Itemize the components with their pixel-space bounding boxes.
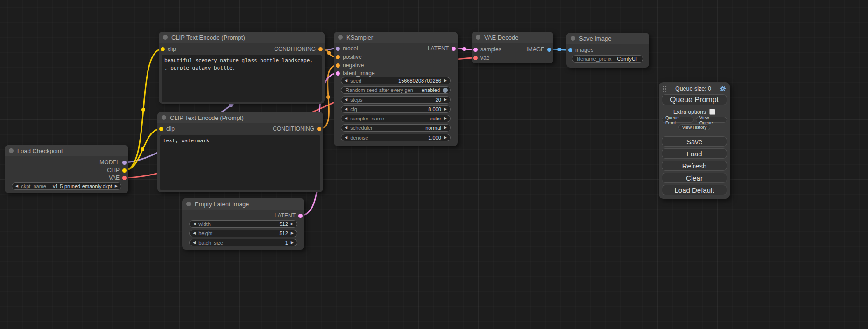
model-output-slot[interactable]: MODEL [99,159,127,166]
collapse-dot-icon[interactable] [9,148,14,153]
decrement-arrow-icon[interactable] [15,184,18,188]
decrement-arrow-icon[interactable] [345,136,347,140]
save-button[interactable]: Save [662,136,727,147]
latent-slot-dot[interactable] [452,47,456,51]
increment-arrow-icon[interactable] [115,184,118,188]
ckpt-name-widget[interactable]: ckpt_name v1-5-pruned-emaonly.ckpt [12,182,121,190]
positive-prompt-textarea[interactable]: beautiful scenery nature glass bottle la… [162,55,322,102]
extra-options-checkbox[interactable] [709,109,715,115]
vae-slot-dot[interactable] [122,176,127,180]
increment-arrow-icon[interactable] [444,117,447,120]
node-clip-text-encode-positive[interactable]: CLIP Text Encode (Prompt) clip CONDITION… [159,32,325,104]
filename-prefix-widget[interactable]: filename_prefix ComfyUI [572,55,643,63]
latent-output-slot[interactable]: LATENT [428,45,456,52]
decrement-arrow-icon[interactable] [345,107,347,111]
view-history-button[interactable]: View History [678,124,711,130]
decrement-arrow-icon[interactable] [345,117,347,120]
random-seed-toggle-widget[interactable]: Random seed after every gen enabled [341,86,451,94]
latent-slot-dot[interactable] [298,214,303,218]
node-title-bar[interactable]: VAE Decode [472,32,553,43]
conditioning-output-slot[interactable]: CONDITIONING [273,125,321,133]
conditioning-slot-dot[interactable] [336,55,340,59]
vae-slot-dot[interactable] [473,56,478,60]
clear-button[interactable]: Clear [662,173,727,183]
latent-slot-dot[interactable] [473,48,478,52]
decrement-arrow-icon[interactable] [193,231,196,235]
scheduler-widget[interactable]: scheduler normal [341,124,451,132]
queue-prompt-button[interactable]: Queue Prompt [662,94,727,105]
node-title-bar[interactable]: Save Image [566,33,649,44]
decrement-arrow-icon[interactable] [345,79,347,83]
increment-arrow-icon[interactable] [291,241,294,245]
batch-size-widget[interactable]: batch_size 1 [189,239,297,246]
model-slot-dot[interactable] [122,161,127,165]
drag-handle-icon[interactable] [663,85,667,92]
node-save-image[interactable]: Save Image images filename_prefix ComfyU… [566,33,649,68]
model-input-slot[interactable]: model [336,45,358,52]
node-ksampler[interactable]: KSampler model positive negative latent_… [334,32,458,146]
refresh-button[interactable]: Refresh [662,161,727,171]
image-output-slot[interactable]: IMAGE [526,46,551,53]
collapse-dot-icon[interactable] [162,115,166,120]
image-slot-dot[interactable] [568,48,572,52]
negative-input-slot[interactable]: negative [336,62,364,69]
increment-arrow-icon[interactable] [291,222,294,226]
clip-output-slot[interactable]: CLIP [107,167,127,174]
collapse-dot-icon[interactable] [186,202,191,206]
image-slot-dot[interactable] [547,48,551,52]
clip-input-slot[interactable]: clip [159,125,175,133]
denoise-widget[interactable]: denoise 1.000 [341,134,451,141]
load-button[interactable]: Load [662,148,727,159]
collapse-dot-icon[interactable] [571,36,575,41]
clip-slot-dot[interactable] [122,168,127,173]
height-widget[interactable]: height 512 [189,230,297,237]
latent-output-slot[interactable]: LATENT [275,212,303,219]
decrement-arrow-icon[interactable] [193,222,196,226]
samples-input-slot[interactable]: samples [473,46,501,53]
node-empty-latent-image[interactable]: Empty Latent Image LATENT width 512 heig… [182,198,304,250]
increment-arrow-icon[interactable] [444,136,447,140]
vae-output-slot[interactable]: VAE [109,174,127,182]
settings-gear-icon[interactable] [720,85,726,92]
clip-slot-dot[interactable] [159,127,163,131]
node-title-bar[interactable]: CLIP Text Encode (Prompt) [159,32,325,43]
load-default-button[interactable]: Load Default [662,185,727,195]
sampler-name-widget[interactable]: sampler_name euler [341,115,451,122]
model-slot-dot[interactable] [336,47,340,51]
conditioning-slot-dot[interactable] [317,127,321,131]
increment-arrow-icon[interactable] [444,79,447,83]
clip-slot-dot[interactable] [161,47,165,51]
decrement-arrow-icon[interactable] [345,126,347,130]
toggle-knob-icon[interactable] [443,88,448,93]
positive-input-slot[interactable]: positive [336,53,362,61]
collapse-dot-icon[interactable] [338,35,343,40]
node-graph-canvas[interactable]: Load Checkpoint MODEL CLIP VAE ckpt_name… [0,0,868,329]
conditioning-slot-dot[interactable] [318,47,323,51]
node-vae-decode[interactable]: VAE Decode samples vae IMAGE [472,32,553,63]
node-clip-text-encode-negative[interactable]: CLIP Text Encode (Prompt) clip CONDITION… [157,112,323,192]
latent-image-input-slot[interactable]: latent_image [336,70,375,77]
queue-front-button[interactable]: Queue Front [662,117,694,123]
increment-arrow-icon[interactable] [291,231,294,235]
node-title-bar[interactable]: KSampler [334,32,458,43]
images-input-slot[interactable]: images [568,46,593,54]
seed-widget[interactable]: seed 156680208700286 [341,77,451,84]
collapse-dot-icon[interactable] [163,35,168,40]
cfg-widget[interactable]: cfg 8.000 [341,105,451,113]
negative-prompt-textarea[interactable]: text, watermark [160,135,320,190]
conditioning-output-slot[interactable]: CONDITIONING [274,45,323,53]
decrement-arrow-icon[interactable] [345,98,347,102]
node-title-bar[interactable]: Load Checkpoint [5,145,128,156]
node-load-checkpoint[interactable]: Load Checkpoint MODEL CLIP VAE ckpt_name… [5,145,128,193]
view-queue-button[interactable]: View Queue [696,117,727,123]
increment-arrow-icon[interactable] [444,126,447,130]
increment-arrow-icon[interactable] [444,107,447,111]
decrement-arrow-icon[interactable] [193,241,196,245]
width-widget[interactable]: width 512 [189,220,297,228]
conditioning-slot-dot[interactable] [336,63,340,68]
node-title-bar[interactable]: CLIP Text Encode (Prompt) [157,112,323,123]
steps-widget[interactable]: steps 20 [341,96,451,104]
clip-input-slot[interactable]: clip [161,45,176,53]
latent-slot-dot[interactable] [336,71,340,76]
vae-input-slot[interactable]: vae [473,54,489,62]
